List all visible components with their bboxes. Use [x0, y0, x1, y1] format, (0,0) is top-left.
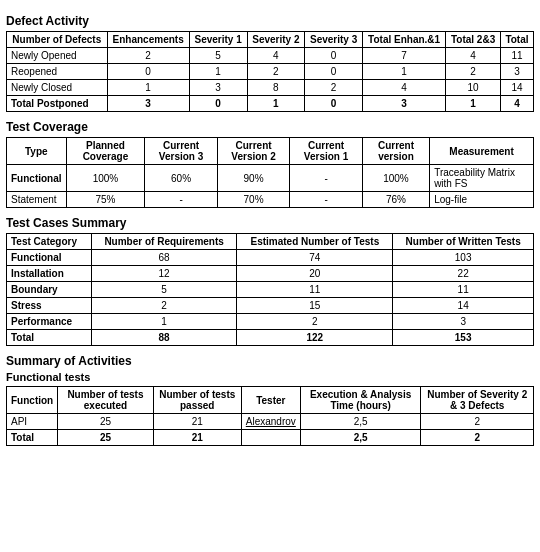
cell: 0 — [305, 64, 363, 80]
cell: 153 — [393, 330, 534, 346]
test-coverage-table: Type Planned Coverage Current Version 3 … — [6, 137, 534, 208]
cell: Traceability Matrix with FS — [430, 165, 534, 192]
cell: 22 — [393, 266, 534, 282]
cell: 25 — [58, 414, 153, 430]
cell: 2 — [247, 64, 305, 80]
row-label: Statement — [7, 192, 67, 208]
table-row-statement: Statement 75% - 70% - 76% Log-file — [7, 192, 534, 208]
row-label: Reopened — [7, 64, 108, 80]
cell: - — [290, 192, 363, 208]
cell: 3 — [500, 64, 533, 80]
cell: 1 — [363, 64, 446, 80]
cell: 3 — [363, 96, 446, 112]
cell: 1 — [91, 314, 236, 330]
summary-activities-title: Summary of Activities — [6, 354, 534, 368]
cell: 4 — [247, 48, 305, 64]
table-row-total: Total 25 21 2,5 2 — [7, 430, 534, 446]
cell: 100% — [66, 165, 145, 192]
tc-col-header-3: Current Version 2 — [217, 138, 290, 165]
row-label: Performance — [7, 314, 92, 330]
row-label: Total Postponed — [7, 96, 108, 112]
cell: 7 — [363, 48, 446, 64]
tester-link[interactable]: Alexandrov — [246, 416, 296, 427]
defect-activity-title: Defect Activity — [6, 14, 534, 28]
cell: 88 — [91, 330, 236, 346]
cell: 3 — [189, 80, 247, 96]
da-col-header-0: Number of Defects — [7, 32, 108, 48]
cell: 15 — [237, 298, 393, 314]
row-label: Newly Closed — [7, 80, 108, 96]
tc-col-header-5: Current version — [362, 138, 429, 165]
row-label: Stress — [7, 298, 92, 314]
cell: 2 — [421, 430, 534, 446]
table-row: Stress 2 15 14 — [7, 298, 534, 314]
cell: 90% — [217, 165, 290, 192]
row-label: Installation — [7, 266, 92, 282]
cell — [241, 430, 300, 446]
cell: 2,5 — [300, 414, 421, 430]
cell: 70% — [217, 192, 290, 208]
cell: 11 — [500, 48, 533, 64]
summary-activities-table: Function Number of tests executed Number… — [6, 386, 534, 446]
da-col-header-1: Enhancements — [107, 32, 189, 48]
cell: 8 — [247, 80, 305, 96]
cell: 20 — [237, 266, 393, 282]
table-row-api: API 25 21 Alexandrov 2,5 2 — [7, 414, 534, 430]
cell: 3 — [393, 314, 534, 330]
cell: 14 — [393, 298, 534, 314]
cell: 74 — [237, 250, 393, 266]
cell: 75% — [66, 192, 145, 208]
table-row: Performance 1 2 3 — [7, 314, 534, 330]
cell: 4 — [446, 48, 501, 64]
tcs-col-header-0: Test Category — [7, 234, 92, 250]
cell: 3 — [107, 96, 189, 112]
cell: 25 — [58, 430, 153, 446]
cell: 2 — [305, 80, 363, 96]
table-row-functional: Functional 100% 60% 90% - 100% Traceabil… — [7, 165, 534, 192]
cell: 60% — [145, 165, 218, 192]
cell: 68 — [91, 250, 236, 266]
cell: 122 — [237, 330, 393, 346]
cell: 5 — [91, 282, 236, 298]
summary-activities-subtitle: Functional tests — [6, 371, 534, 383]
table-row: Newly Opened 2 5 4 0 7 4 11 — [7, 48, 534, 64]
row-label: Newly Opened — [7, 48, 108, 64]
cell: 2 — [237, 314, 393, 330]
cell: 2 — [446, 64, 501, 80]
cell: 5 — [189, 48, 247, 64]
row-label: Total — [7, 430, 58, 446]
tcs-col-header-2: Estimated Number of Tests — [237, 234, 393, 250]
row-label: Total — [7, 330, 92, 346]
table-row: Reopened 0 1 2 0 1 2 3 — [7, 64, 534, 80]
summary-activities-section: Summary of Activities Functional tests F… — [6, 354, 534, 446]
defect-activity-table: Number of Defects Enhancements Severity … — [6, 31, 534, 112]
test-coverage-title: Test Coverage — [6, 120, 534, 134]
cell: - — [290, 165, 363, 192]
da-col-header-6: Total 2&3 — [446, 32, 501, 48]
test-cases-summary-section: Test Cases Summary Test Category Number … — [6, 216, 534, 346]
sa-col-header-1: Number of tests executed — [58, 387, 153, 414]
cell: 4 — [500, 96, 533, 112]
sa-col-header-5: Number of Severity 2 & 3 Defects — [421, 387, 534, 414]
table-row: Boundary 5 11 11 — [7, 282, 534, 298]
cell: 11 — [393, 282, 534, 298]
cell: 2 — [421, 414, 534, 430]
cell: 4 — [363, 80, 446, 96]
cell: Alexandrov — [241, 414, 300, 430]
cell: 0 — [305, 96, 363, 112]
row-label: Functional — [7, 250, 92, 266]
da-col-header-7: Total — [500, 32, 533, 48]
row-label: Functional — [7, 165, 67, 192]
da-col-header-2: Severity 1 — [189, 32, 247, 48]
cell: 1 — [189, 64, 247, 80]
row-label: API — [7, 414, 58, 430]
row-label: Boundary — [7, 282, 92, 298]
sa-col-header-0: Function — [7, 387, 58, 414]
da-col-header-3: Severity 2 — [247, 32, 305, 48]
cell: 10 — [446, 80, 501, 96]
cell: 21 — [153, 414, 241, 430]
test-coverage-section: Test Coverage Type Planned Coverage Curr… — [6, 120, 534, 208]
cell: 2 — [107, 48, 189, 64]
test-cases-summary-title: Test Cases Summary — [6, 216, 534, 230]
cell: - — [145, 192, 218, 208]
